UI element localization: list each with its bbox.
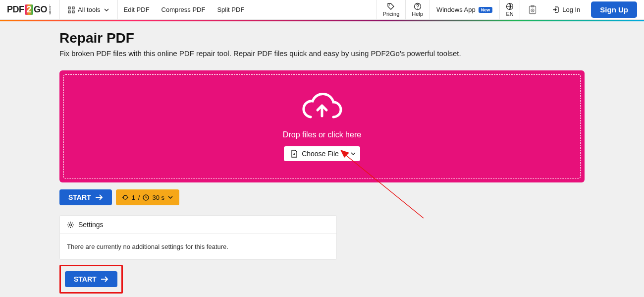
- nav-compress-pdf[interactable]: Compress PDF: [156, 0, 212, 19]
- clipboard-icon: [528, 5, 537, 15]
- page-subtitle: Fix broken PDF files with this online PD…: [59, 49, 585, 58]
- badge-new: New: [479, 7, 493, 13]
- logo-com: .com: [48, 4, 53, 15]
- start-button-bottom[interactable]: START: [65, 271, 117, 287]
- annotation-highlight-box: START: [59, 265, 123, 294]
- help-label: Help: [412, 11, 423, 17]
- svg-point-12: [69, 224, 71, 226]
- choose-file-label: Choose File: [302, 150, 339, 158]
- tag-icon: [387, 2, 395, 10]
- nav-clipboard[interactable]: [520, 0, 545, 19]
- nav-edit-pdf[interactable]: Edit PDF: [118, 0, 156, 19]
- svg-rect-2: [68, 11, 70, 13]
- arrow-right-icon: [95, 194, 103, 201]
- svg-point-4: [389, 4, 390, 5]
- top-nav: PDF 2 GO .com All tools Edit PDF Compres…: [0, 0, 644, 20]
- svg-rect-3: [72, 11, 74, 13]
- svg-rect-0: [68, 7, 70, 9]
- chevron-down-icon: [104, 7, 109, 13]
- logo-two: 2: [25, 4, 34, 15]
- nav-pricing[interactable]: Pricing: [376, 0, 406, 19]
- globe-icon: [506, 2, 514, 10]
- logo-pdf: PDF: [7, 4, 24, 15]
- timer-button[interactable]: 1 / 30 s: [116, 189, 179, 205]
- dropzone-text: Drop files or click here: [283, 130, 361, 139]
- signup-button[interactable]: Sign Up: [591, 1, 637, 18]
- logo-go: GO: [34, 4, 47, 15]
- loop-icon: [122, 194, 129, 200]
- choose-file-dropdown[interactable]: [346, 146, 360, 161]
- all-tools-label: All tools: [78, 6, 101, 13]
- nav-windows-app[interactable]: Windows App New: [429, 0, 499, 19]
- svg-point-6: [417, 8, 418, 8]
- dropzone[interactable]: Drop files or click here Choose File: [63, 74, 581, 178]
- start-button-top[interactable]: START: [59, 189, 112, 205]
- arrow-right-icon: [101, 276, 108, 283]
- login-label: Log In: [562, 6, 580, 13]
- page-title: Repair PDF: [59, 30, 585, 46]
- cloud-upload-icon: [300, 92, 344, 124]
- gear-icon: [67, 221, 74, 229]
- choose-file-button[interactable]: Choose File: [284, 146, 346, 161]
- chevron-down-icon: [350, 151, 356, 157]
- nav-split-pdf[interactable]: Split PDF: [211, 0, 250, 19]
- chevron-down-icon: [167, 194, 173, 200]
- timer-value: 30 s: [152, 194, 164, 201]
- settings-label: Settings: [78, 221, 104, 229]
- nav-language[interactable]: EN: [499, 0, 520, 19]
- timer-count: 1: [132, 194, 135, 201]
- lang-label: EN: [506, 11, 514, 17]
- svg-rect-1: [72, 7, 74, 9]
- start-label: START: [68, 193, 91, 201]
- nav-help[interactable]: Help: [405, 0, 429, 19]
- dropzone-container: Drop files or click here Choose File: [59, 70, 585, 182]
- settings-header: Settings: [60, 216, 336, 234]
- settings-body: There are currently no additional settin…: [60, 234, 336, 259]
- nav-login[interactable]: Log In: [545, 0, 587, 19]
- windows-app-label: Windows App: [436, 6, 476, 13]
- settings-panel: Settings There are currently no addition…: [59, 215, 337, 260]
- all-tools-menu[interactable]: All tools: [60, 0, 118, 19]
- clock-icon: [143, 194, 149, 201]
- pricing-label: Pricing: [383, 11, 400, 17]
- start-label: START: [74, 275, 97, 283]
- file-plus-icon: [291, 150, 298, 158]
- login-icon: [552, 6, 559, 13]
- timer-sep: /: [138, 194, 140, 201]
- help-icon: [414, 2, 422, 10]
- grid-icon: [68, 6, 75, 13]
- logo[interactable]: PDF 2 GO .com: [0, 0, 60, 19]
